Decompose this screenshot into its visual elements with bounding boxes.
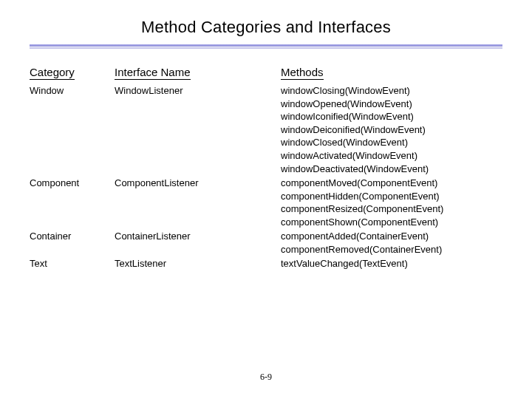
cell-interface: WindowListener [115,84,281,99]
method-item: windowOpened(WindowEvent) [281,98,502,111]
header-category: Category [30,65,115,84]
page-number: 6-9 [0,372,532,383]
cell-interface: ContainerListener [115,230,281,245]
method-item: windowDeiconified(WindowEvent) [281,123,502,137]
method-item: componentResized(ComponentEvent) [281,202,502,216]
slide-title: Method Categories and Interfaces [30,18,502,37]
method-item: componentMoved(ComponentEvent) [281,177,502,190]
method-item: windowIconified(WindowEvent) [281,110,502,123]
cell-category: Container [30,230,115,245]
cell-methods: componentMoved(ComponentEvent) component… [281,177,502,230]
method-item: textValueChanged(TextEvent) [281,257,502,270]
cell-interface: ComponentListener [115,177,281,191]
cell-methods: windowClosing(WindowEvent) windowOpened(… [281,84,502,177]
method-item: windowClosing(WindowEvent) [281,84,502,98]
cell-category: Window [30,84,115,99]
header-methods: Methods [281,65,502,84]
header-interface: Interface Name [115,65,281,84]
cell-methods: componentAdded(ContainerEvent) component… [281,230,502,257]
method-item: componentHidden(ComponentEvent) [281,190,502,203]
cell-interface: TextListener [115,257,281,272]
slide: Method Categories and Interfaces Categor… [0,0,532,399]
method-item: componentAdded(ContainerEvent) [281,230,502,243]
method-item: windowActivated(WindowEvent) [281,149,502,163]
cell-methods: textValueChanged(TextEvent) [281,257,502,272]
cell-category: Text [30,257,115,272]
categories-table: Category Interface Name Methods Window W… [30,65,502,272]
method-item: windowClosed(WindowEvent) [281,136,502,149]
title-rule [30,44,502,49]
method-item: componentShown(ComponentEvent) [281,216,502,229]
method-item: componentRemoved(ContainerEvent) [281,243,502,256]
cell-category: Component [30,177,115,191]
method-item: windowDeactivated(WindowEvent) [281,163,502,176]
